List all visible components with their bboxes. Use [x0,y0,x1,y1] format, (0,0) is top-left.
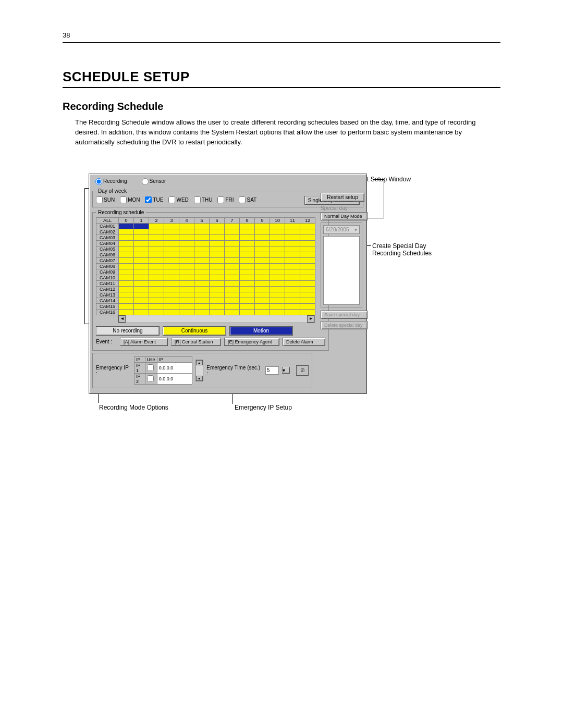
grid-cell[interactable] [300,246,315,252]
emergency-time-input[interactable] [265,366,279,375]
grid-cell[interactable] [255,286,270,292]
grid-cell[interactable] [240,286,255,292]
grid-cell[interactable] [149,257,164,263]
grid-cell[interactable] [119,269,134,275]
schedule-grid[interactable]: ALL0123456789101112CAM01CAM02CAM03CAM04C… [96,217,315,315]
grid-cell[interactable] [270,257,285,263]
grid-cell[interactable] [225,246,240,252]
grid-cell[interactable] [300,229,315,235]
grid-cell[interactable] [285,246,300,252]
grid-cell[interactable] [164,275,179,280]
grid-cell[interactable] [225,235,240,240]
grid-cell[interactable] [240,223,255,229]
grid-cell[interactable] [300,286,315,292]
grid-cell[interactable] [210,275,225,280]
grid-cell[interactable] [240,235,255,240]
grid-cell[interactable] [240,246,255,252]
restart-setup-button[interactable]: Restart setup [321,193,364,202]
grid-cell[interactable] [149,303,164,309]
ip2-use-checkbox[interactable] [147,375,154,382]
grid-cell[interactable] [149,309,164,315]
grid-cell[interactable] [240,252,255,257]
delete-alarm-button[interactable]: Delete Alarm [283,338,325,346]
grid-cell[interactable] [225,269,240,275]
day-tue[interactable]: TUE [145,196,163,203]
grid-cell[interactable] [255,223,270,229]
grid-cell[interactable] [210,257,225,263]
scroll-left-icon[interactable]: ◂ [118,315,126,323]
grid-cell[interactable] [194,309,210,315]
grid-cell[interactable] [164,223,179,229]
grid-cell[interactable] [149,263,164,269]
grid-cell[interactable] [179,223,194,229]
grid-cell[interactable] [134,229,149,235]
grid-cell[interactable] [210,280,225,286]
grid-cell[interactable] [255,269,270,275]
grid-cell[interactable] [194,292,210,298]
grid-cell[interactable] [225,240,240,246]
grid-cell[interactable] [300,252,315,257]
central-station-button[interactable]: [R] Central Station [171,338,221,346]
grid-cell[interactable] [300,263,315,269]
grid-cell[interactable] [240,303,255,309]
grid-cell[interactable] [164,252,179,257]
grid-cell[interactable] [270,263,285,269]
grid-cell[interactable] [255,246,270,252]
grid-cell[interactable] [134,303,149,309]
grid-cell[interactable] [164,309,179,315]
day-fri[interactable]: FRI [217,196,234,203]
ip1-value[interactable]: 0.0.0.0 [157,362,192,373]
grid-cell[interactable] [119,286,134,292]
grid-cell[interactable] [270,280,285,286]
grid-cell[interactable] [179,235,194,240]
grid-cell[interactable] [164,303,179,309]
grid-cell[interactable] [240,269,255,275]
grid-cell[interactable] [225,298,240,303]
grid-cell[interactable] [119,229,134,235]
grid-horizontal-scrollbar[interactable]: ◂ ▸ [118,315,315,323]
grid-cell[interactable] [119,257,134,263]
grid-cell[interactable] [240,240,255,246]
alarm-event-button[interactable]: [A] Alarm Event [120,338,168,346]
grid-cell[interactable] [134,286,149,292]
grid-cell[interactable] [149,275,164,280]
radio-sensor[interactable]: Sensor [142,178,166,185]
grid-cell[interactable] [134,298,149,303]
grid-cell[interactable] [255,292,270,298]
grid-cell[interactable] [164,257,179,263]
grid-cell[interactable] [285,275,300,280]
grid-cell[interactable] [194,252,210,257]
grid-cell[interactable] [255,303,270,309]
grid-cell[interactable] [179,286,194,292]
grid-cell[interactable] [300,275,315,280]
grid-cell[interactable] [134,263,149,269]
grid-cell[interactable] [225,223,240,229]
scroll-up-icon[interactable]: ▴ [196,360,203,365]
grid-cell[interactable] [225,229,240,235]
grid-cell[interactable] [194,235,210,240]
day-thu[interactable]: THU [194,196,213,203]
grid-cell[interactable] [179,269,194,275]
grid-cell[interactable] [194,246,210,252]
grid-cell[interactable] [285,240,300,246]
grid-cell[interactable] [164,229,179,235]
mode-continuous[interactable]: Continuous [163,326,226,336]
grid-cell[interactable] [255,240,270,246]
grid-cell[interactable] [300,223,315,229]
grid-cell[interactable] [270,229,285,235]
grid-cell[interactable] [119,303,134,309]
grid-cell[interactable] [194,257,210,263]
day-mon[interactable]: MON [120,196,140,203]
grid-cell[interactable] [134,257,149,263]
grid-cell[interactable] [255,257,270,263]
save-special-day-button[interactable]: Save special day [321,311,368,319]
scroll-down-icon[interactable]: ▾ [196,376,203,381]
grid-cell[interactable] [270,309,285,315]
grid-cell[interactable] [194,303,210,309]
grid-cell[interactable] [240,298,255,303]
grid-cell[interactable] [164,292,179,298]
day-sun[interactable]: SUN [96,196,115,203]
grid-cell[interactable] [255,252,270,257]
grid-cell[interactable] [194,223,210,229]
grid-cell[interactable] [285,303,300,309]
